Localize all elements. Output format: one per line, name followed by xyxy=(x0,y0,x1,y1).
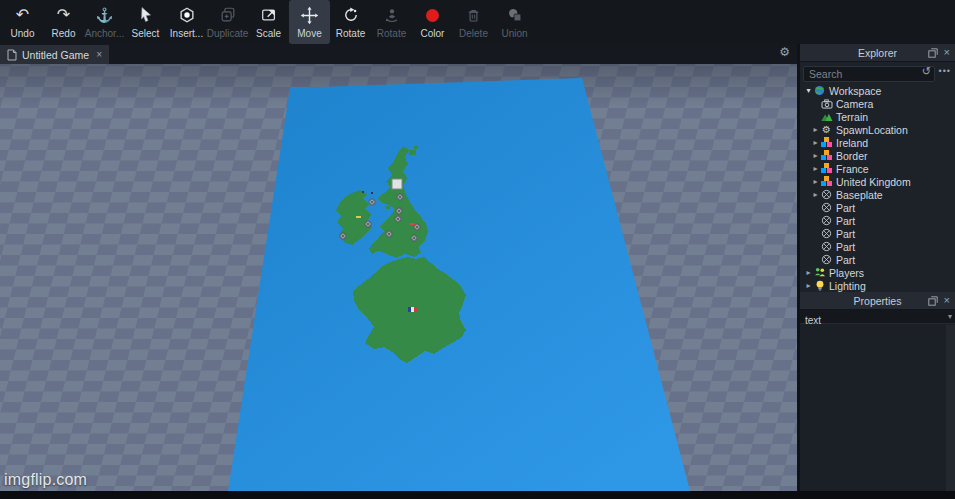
model-icon xyxy=(820,163,833,175)
color-label: Color xyxy=(421,28,445,39)
expander-icon[interactable]: ▸ xyxy=(804,281,813,290)
explorer-item-players[interactable]: ▸ Players xyxy=(800,266,955,279)
color-swatch-icon xyxy=(418,3,448,27)
part-icon xyxy=(820,215,833,227)
union-button[interactable]: Union xyxy=(494,0,535,44)
explorer-search-input[interactable] xyxy=(803,66,935,82)
explorer-item-workspace[interactable]: ▾ Workspace xyxy=(800,84,955,97)
delete-button[interactable]: Delete xyxy=(453,0,494,44)
yellow-part xyxy=(356,216,361,218)
rotate-icon xyxy=(336,3,366,27)
properties-panel: Properties × ▾ xyxy=(800,292,955,491)
spawnlocation-part xyxy=(392,179,402,189)
explorer-item-part[interactable]: Part xyxy=(800,201,955,214)
expander-icon[interactable]: ▸ xyxy=(804,268,813,277)
workspace-globe-icon xyxy=(813,85,826,97)
island-part xyxy=(409,150,416,155)
explorer-item-france[interactable]: ▸ France xyxy=(800,162,955,175)
rotate-button[interactable]: Rotate xyxy=(330,0,371,44)
explorer-item-terrain[interactable]: Terrain xyxy=(800,110,955,123)
part-icon xyxy=(820,189,833,201)
item-label: Terrain xyxy=(836,111,868,123)
3d-viewport[interactable]: imgflip.com xyxy=(0,64,797,491)
filter-dropdown-icon[interactable]: ▾ xyxy=(948,312,952,321)
item-label: Lighting xyxy=(829,280,866,292)
expander-icon[interactable]: ▸ xyxy=(811,190,820,199)
explorer-more-icon[interactable]: ••• xyxy=(939,67,951,76)
float-panel-icon[interactable] xyxy=(928,296,938,306)
move-icon xyxy=(295,3,325,27)
explorer-item-part[interactable]: Part xyxy=(800,227,955,240)
item-label: Part xyxy=(836,228,855,240)
document-icon xyxy=(7,49,17,61)
expander-icon[interactable]: ▾ xyxy=(804,86,813,95)
duplicate-button[interactable]: Duplicate xyxy=(207,0,248,44)
select-cursor-icon xyxy=(131,3,161,27)
explorer-search-row: ↺ ••• xyxy=(800,62,955,82)
anchor-button[interactable]: ⚓ Anchor... xyxy=(84,0,125,44)
properties-body xyxy=(800,325,955,491)
explorer-item-baseplate[interactable]: ▸ Baseplate xyxy=(800,188,955,201)
explorer-item-lighting[interactable]: ▸ Lighting xyxy=(800,279,955,292)
float-panel-icon[interactable] xyxy=(928,48,938,58)
properties-close-icon[interactable]: × xyxy=(944,295,950,306)
item-label: Workspace xyxy=(829,85,881,97)
model-icon xyxy=(820,150,833,162)
part-icon xyxy=(820,254,833,266)
model-icon xyxy=(820,137,833,149)
scale-icon xyxy=(254,3,284,27)
insert-object-icon xyxy=(172,3,202,27)
undo-icon: ↶ xyxy=(8,3,38,27)
tab-close-icon[interactable]: × xyxy=(96,49,102,60)
part-icon xyxy=(820,202,833,214)
expander-icon[interactable]: ▸ xyxy=(811,151,820,160)
color-button[interactable]: Color xyxy=(412,0,453,44)
explorer-item-border[interactable]: ▸ Border xyxy=(800,149,955,162)
viewport-settings-gear-icon[interactable]: ⚙ xyxy=(779,46,790,58)
explorer-item-spawnlocation[interactable]: ▸ ⚙ SpawnLocation xyxy=(800,123,955,136)
explorer-item-united-kingdom[interactable]: ▸ United Kingdom xyxy=(800,175,955,188)
explorer-item-part[interactable]: Part xyxy=(800,253,955,266)
spawn-gear-icon: ⚙ xyxy=(820,124,833,136)
roblox-studio-window: ↶ Undo ↷ Redo ⚓ Anchor... Select Insert.… xyxy=(0,0,955,499)
explorer-item-ireland[interactable]: ▸ Ireland xyxy=(800,136,955,149)
properties-header: Properties × xyxy=(800,292,955,310)
france-flag xyxy=(408,307,417,312)
item-label: Part xyxy=(836,215,855,227)
properties-scrollbar[interactable] xyxy=(946,325,955,491)
duplicate-label: Duplicate xyxy=(207,28,249,39)
move-button[interactable]: Move xyxy=(289,0,330,44)
baseplate-map-scene xyxy=(0,64,797,491)
explorer-close-icon[interactable]: × xyxy=(944,47,950,58)
part-icon xyxy=(820,228,833,240)
imgflip-watermark: imgflip.com xyxy=(4,471,87,489)
anchor-icon: ⚓ xyxy=(90,3,120,27)
expander-icon[interactable]: ▸ xyxy=(811,125,820,134)
undo-button[interactable]: ↶ Undo xyxy=(2,0,43,44)
select-button[interactable]: Select xyxy=(125,0,166,44)
terrain-icon xyxy=(820,111,833,123)
insert-button[interactable]: Insert... xyxy=(166,0,207,44)
item-label: Part xyxy=(836,254,855,266)
rotate-label: Rotate xyxy=(336,28,365,39)
redo-label: Redo xyxy=(52,28,76,39)
select-label: Select xyxy=(132,28,160,39)
rotate-character-button[interactable]: Rotate xyxy=(371,0,412,44)
tab-label: Untitled Game xyxy=(22,49,89,61)
properties-filter-row: ▾ xyxy=(800,310,955,324)
expander-icon[interactable]: ▸ xyxy=(811,138,820,147)
explorer-title: Explorer xyxy=(858,47,897,59)
explorer-item-part[interactable]: Part xyxy=(800,240,955,253)
scale-label: Scale xyxy=(256,28,281,39)
union-label: Union xyxy=(501,28,527,39)
explorer-item-camera[interactable]: Camera xyxy=(800,97,955,110)
search-history-icon[interactable]: ↺ xyxy=(922,66,931,77)
tab-untitled-game[interactable]: Untitled Game × xyxy=(0,45,109,64)
redo-button[interactable]: ↷ Redo xyxy=(43,0,84,44)
expander-icon[interactable]: ▸ xyxy=(811,164,820,173)
expander-icon[interactable]: ▸ xyxy=(811,177,820,186)
scale-button[interactable]: Scale xyxy=(248,0,289,44)
rotate-character-icon xyxy=(377,3,407,27)
explorer-item-part[interactable]: Part xyxy=(800,214,955,227)
item-label: Baseplate xyxy=(836,189,883,201)
